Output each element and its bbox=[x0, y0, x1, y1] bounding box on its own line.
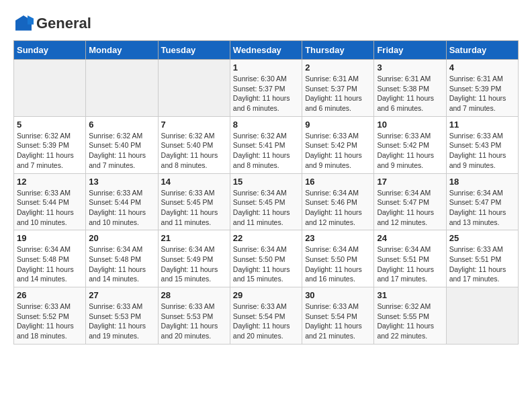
day-number: 3 bbox=[377, 62, 443, 73]
day-info: Sunrise: 6:34 AM Sunset: 5:46 PM Dayligh… bbox=[305, 188, 371, 228]
day-number: 1 bbox=[233, 62, 299, 73]
calendar-cell: 2Sunrise: 6:31 AM Sunset: 5:37 PM Daylig… bbox=[302, 60, 374, 117]
logo-text: General bbox=[36, 15, 91, 32]
calendar-week-row: 26Sunrise: 6:33 AM Sunset: 5:52 PM Dayli… bbox=[14, 287, 519, 345]
weekday-header: Tuesday bbox=[158, 41, 230, 60]
logo-icon bbox=[13, 13, 34, 34]
day-number: 22 bbox=[233, 233, 299, 243]
calendar-week-row: 5Sunrise: 6:32 AM Sunset: 5:39 PM Daylig… bbox=[14, 116, 519, 173]
day-info: Sunrise: 6:33 AM Sunset: 5:52 PM Dayligh… bbox=[17, 302, 83, 341]
calendar-cell: 7Sunrise: 6:32 AM Sunset: 5:40 PM Daylig… bbox=[158, 116, 230, 173]
day-info: Sunrise: 6:33 AM Sunset: 5:44 PM Dayligh… bbox=[89, 188, 154, 228]
day-number: 4 bbox=[449, 62, 515, 73]
day-info: Sunrise: 6:31 AM Sunset: 5:39 PM Dayligh… bbox=[449, 74, 515, 113]
day-number: 30 bbox=[305, 290, 371, 300]
weekday-row: SundayMondayTuesdayWednesdayThursdayFrid… bbox=[14, 41, 519, 60]
day-number: 18 bbox=[449, 177, 515, 187]
calendar-cell: 4Sunrise: 6:31 AM Sunset: 5:39 PM Daylig… bbox=[446, 60, 518, 117]
day-info: Sunrise: 6:32 AM Sunset: 5:41 PM Dayligh… bbox=[233, 131, 299, 171]
calendar-week-row: 19Sunrise: 6:34 AM Sunset: 5:48 PM Dayli… bbox=[14, 230, 519, 287]
day-info: Sunrise: 6:34 AM Sunset: 5:49 PM Dayligh… bbox=[161, 244, 227, 284]
day-info: Sunrise: 6:31 AM Sunset: 5:38 PM Dayligh… bbox=[377, 74, 443, 113]
day-number: 5 bbox=[17, 120, 83, 130]
day-info: Sunrise: 6:34 AM Sunset: 5:47 PM Dayligh… bbox=[449, 188, 515, 228]
calendar-cell: 11Sunrise: 6:33 AM Sunset: 5:43 PM Dayli… bbox=[446, 116, 518, 173]
day-number: 13 bbox=[89, 177, 154, 187]
weekday-header: Friday bbox=[374, 41, 446, 60]
day-info: Sunrise: 6:34 AM Sunset: 5:51 PM Dayligh… bbox=[377, 244, 443, 284]
day-number: 2 bbox=[305, 62, 371, 73]
calendar-cell: 30Sunrise: 6:33 AM Sunset: 5:54 PM Dayli… bbox=[302, 287, 374, 345]
day-info: Sunrise: 6:33 AM Sunset: 5:44 PM Dayligh… bbox=[17, 188, 83, 228]
day-info: Sunrise: 6:31 AM Sunset: 5:37 PM Dayligh… bbox=[305, 74, 371, 113]
calendar-cell: 5Sunrise: 6:32 AM Sunset: 5:39 PM Daylig… bbox=[14, 116, 86, 173]
day-info: Sunrise: 6:34 AM Sunset: 5:50 PM Dayligh… bbox=[233, 244, 299, 284]
day-number: 25 bbox=[449, 233, 515, 243]
day-number: 15 bbox=[233, 177, 299, 187]
weekday-header: Saturday bbox=[446, 41, 518, 60]
calendar-cell: 1Sunrise: 6:30 AM Sunset: 5:37 PM Daylig… bbox=[230, 60, 302, 117]
calendar-cell bbox=[158, 60, 230, 117]
day-info: Sunrise: 6:33 AM Sunset: 5:45 PM Dayligh… bbox=[161, 188, 227, 228]
calendar-cell: 26Sunrise: 6:33 AM Sunset: 5:52 PM Dayli… bbox=[14, 287, 86, 345]
day-number: 27 bbox=[89, 290, 154, 300]
day-info: Sunrise: 6:33 AM Sunset: 5:53 PM Dayligh… bbox=[161, 302, 227, 341]
calendar-cell: 23Sunrise: 6:34 AM Sunset: 5:50 PM Dayli… bbox=[302, 230, 374, 287]
day-info: Sunrise: 6:33 AM Sunset: 5:43 PM Dayligh… bbox=[449, 131, 515, 171]
weekday-header: Wednesday bbox=[230, 41, 302, 60]
day-number: 9 bbox=[305, 120, 371, 130]
calendar-cell bbox=[86, 60, 158, 117]
calendar-cell: 9Sunrise: 6:33 AM Sunset: 5:42 PM Daylig… bbox=[302, 116, 374, 173]
page-header: General bbox=[13, 13, 519, 34]
day-number: 14 bbox=[161, 177, 227, 187]
day-number: 21 bbox=[161, 233, 227, 243]
calendar-cell: 25Sunrise: 6:33 AM Sunset: 5:51 PM Dayli… bbox=[446, 230, 518, 287]
calendar-cell: 27Sunrise: 6:33 AM Sunset: 5:53 PM Dayli… bbox=[86, 287, 158, 345]
day-number: 19 bbox=[17, 233, 83, 243]
day-number: 17 bbox=[377, 177, 443, 187]
calendar-cell: 21Sunrise: 6:34 AM Sunset: 5:49 PM Dayli… bbox=[158, 230, 230, 287]
day-number: 24 bbox=[377, 233, 443, 243]
calendar-cell: 16Sunrise: 6:34 AM Sunset: 5:46 PM Dayli… bbox=[302, 173, 374, 230]
day-info: Sunrise: 6:33 AM Sunset: 5:42 PM Dayligh… bbox=[305, 131, 371, 171]
calendar-cell bbox=[14, 60, 86, 117]
calendar-cell: 31Sunrise: 6:32 AM Sunset: 5:55 PM Dayli… bbox=[374, 287, 446, 345]
day-number: 12 bbox=[17, 177, 83, 187]
calendar-cell: 13Sunrise: 6:33 AM Sunset: 5:44 PM Dayli… bbox=[86, 173, 158, 230]
day-number: 28 bbox=[161, 290, 227, 300]
day-info: Sunrise: 6:33 AM Sunset: 5:54 PM Dayligh… bbox=[233, 302, 299, 341]
day-info: Sunrise: 6:33 AM Sunset: 5:53 PM Dayligh… bbox=[89, 302, 154, 341]
day-info: Sunrise: 6:34 AM Sunset: 5:48 PM Dayligh… bbox=[89, 244, 154, 284]
weekday-header: Sunday bbox=[14, 41, 86, 60]
calendar-cell: 19Sunrise: 6:34 AM Sunset: 5:48 PM Dayli… bbox=[14, 230, 86, 287]
calendar-table: SundayMondayTuesdayWednesdayThursdayFrid… bbox=[13, 40, 519, 345]
day-info: Sunrise: 6:34 AM Sunset: 5:50 PM Dayligh… bbox=[305, 244, 371, 284]
calendar-cell: 12Sunrise: 6:33 AM Sunset: 5:44 PM Dayli… bbox=[14, 173, 86, 230]
day-number: 8 bbox=[233, 120, 299, 130]
day-number: 20 bbox=[89, 233, 154, 243]
day-info: Sunrise: 6:33 AM Sunset: 5:54 PM Dayligh… bbox=[305, 302, 371, 341]
calendar-week-row: 1Sunrise: 6:30 AM Sunset: 5:37 PM Daylig… bbox=[14, 60, 519, 117]
calendar-cell: 18Sunrise: 6:34 AM Sunset: 5:47 PM Dayli… bbox=[446, 173, 518, 230]
calendar-cell bbox=[446, 287, 518, 345]
calendar-cell: 8Sunrise: 6:32 AM Sunset: 5:41 PM Daylig… bbox=[230, 116, 302, 173]
day-info: Sunrise: 6:33 AM Sunset: 5:51 PM Dayligh… bbox=[449, 244, 515, 284]
day-info: Sunrise: 6:32 AM Sunset: 5:40 PM Dayligh… bbox=[161, 131, 227, 171]
day-number: 31 bbox=[377, 290, 443, 300]
day-number: 11 bbox=[449, 120, 515, 130]
calendar-cell: 6Sunrise: 6:32 AM Sunset: 5:40 PM Daylig… bbox=[86, 116, 158, 173]
day-info: Sunrise: 6:32 AM Sunset: 5:39 PM Dayligh… bbox=[17, 131, 83, 171]
day-number: 29 bbox=[233, 290, 299, 300]
calendar-cell: 17Sunrise: 6:34 AM Sunset: 5:47 PM Dayli… bbox=[374, 173, 446, 230]
day-number: 6 bbox=[89, 120, 154, 130]
weekday-header: Monday bbox=[86, 41, 158, 60]
calendar-cell: 14Sunrise: 6:33 AM Sunset: 5:45 PM Dayli… bbox=[158, 173, 230, 230]
calendar-cell: 28Sunrise: 6:33 AM Sunset: 5:53 PM Dayli… bbox=[158, 287, 230, 345]
day-number: 26 bbox=[17, 290, 83, 300]
logo: General bbox=[13, 13, 91, 34]
day-number: 23 bbox=[305, 233, 371, 243]
calendar-cell: 24Sunrise: 6:34 AM Sunset: 5:51 PM Dayli… bbox=[374, 230, 446, 287]
day-info: Sunrise: 6:32 AM Sunset: 5:55 PM Dayligh… bbox=[377, 302, 443, 341]
day-number: 7 bbox=[161, 120, 227, 130]
svg-marker-1 bbox=[28, 15, 34, 25]
